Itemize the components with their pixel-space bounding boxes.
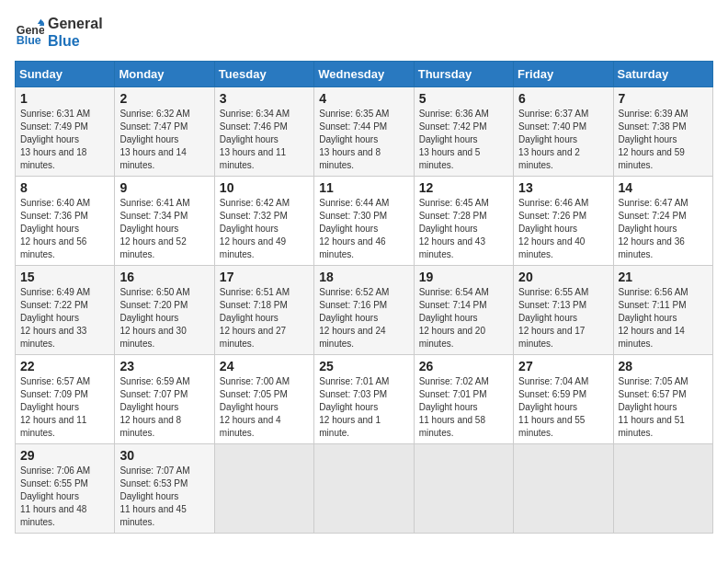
day-number: 18 [319,270,408,284]
day-detail: Sunrise: 6:39 AMSunset: 7:38 PMDaylight … [619,109,688,170]
calendar-cell: 19 Sunrise: 6:54 AMSunset: 7:14 PMDaylig… [414,266,513,355]
weekday-header-thursday: Thursday [414,62,513,87]
calendar-cell: 28 Sunrise: 7:05 AMSunset: 6:57 PMDaylig… [613,355,712,444]
calendar-cell: 1 Sunrise: 6:31 AMSunset: 7:49 PMDayligh… [16,87,115,177]
day-detail: Sunrise: 6:50 AMSunset: 7:20 PMDaylight … [119,287,189,349]
day-detail: Sunrise: 6:46 AMSunset: 7:26 PMDaylight … [518,198,588,259]
day-number: 3 [220,91,309,106]
calendar-cell: 20 Sunrise: 6:55 AMSunset: 7:13 PMDaylig… [514,266,613,355]
calendar-cell: 17 Sunrise: 6:51 AMSunset: 7:18 PMDaylig… [214,266,313,355]
day-detail: Sunrise: 6:56 AMSunset: 7:11 PMDaylight … [619,287,688,349]
calendar-cell: 10 Sunrise: 6:42 AMSunset: 7:32 PMDaylig… [214,177,313,266]
logo-icon: General Blue [15,17,44,47]
day-number: 7 [619,91,708,106]
calendar-cell: 11 Sunrise: 6:44 AMSunset: 7:30 PMDaylig… [314,177,414,266]
day-detail: Sunrise: 7:05 AMSunset: 6:57 PMDaylight … [619,376,688,438]
weekday-header-monday: Monday [115,62,214,87]
day-number: 5 [419,91,508,106]
day-number: 24 [220,359,309,373]
day-number: 12 [419,180,508,195]
calendar-cell: 18 Sunrise: 6:52 AMSunset: 7:16 PMDaylig… [314,266,414,355]
day-detail: Sunrise: 6:35 AMSunset: 7:44 PMDaylight … [319,109,389,170]
calendar-cell: 26 Sunrise: 7:02 AMSunset: 7:01 PMDaylig… [414,355,513,444]
calendar-cell: 13 Sunrise: 6:46 AMSunset: 7:26 PMDaylig… [514,177,613,266]
day-detail: Sunrise: 6:31 AMSunset: 7:49 PMDaylight … [20,109,90,170]
calendar-cell: 24 Sunrise: 7:00 AMSunset: 7:05 PMDaylig… [214,355,313,444]
calendar-cell [314,444,414,534]
logo-blue: Blue [48,32,103,50]
day-number: 10 [220,180,309,195]
day-detail: Sunrise: 6:42 AMSunset: 7:32 PMDaylight … [220,198,290,259]
calendar-cell: 8 Sunrise: 6:40 AMSunset: 7:36 PMDayligh… [16,177,115,266]
day-detail: Sunrise: 6:45 AMSunset: 7:28 PMDaylight … [419,198,489,259]
day-number: 29 [20,448,109,463]
day-number: 20 [518,270,608,284]
day-detail: Sunrise: 6:34 AMSunset: 7:46 PMDaylight … [220,109,290,170]
day-number: 16 [119,270,209,284]
calendar-cell: 6 Sunrise: 6:37 AMSunset: 7:40 PMDayligh… [514,87,613,177]
day-detail: Sunrise: 6:41 AMSunset: 7:34 PMDaylight … [119,198,189,259]
day-detail: Sunrise: 7:04 AMSunset: 6:59 PMDaylight … [518,376,588,438]
calendar-cell: 15 Sunrise: 6:49 AMSunset: 7:22 PMDaylig… [16,266,115,355]
day-number: 21 [619,270,708,284]
calendar-cell: 27 Sunrise: 7:04 AMSunset: 6:59 PMDaylig… [514,355,613,444]
day-number: 6 [518,91,608,106]
calendar-table: SundayMondayTuesdayWednesdayThursdayFrid… [15,61,713,534]
weekday-header-saturday: Saturday [613,62,712,87]
calendar-cell [514,444,613,534]
day-number: 23 [119,359,209,373]
day-detail: Sunrise: 6:55 AMSunset: 7:13 PMDaylight … [518,287,588,349]
day-number: 17 [220,270,309,284]
calendar-cell: 21 Sunrise: 6:56 AMSunset: 7:11 PMDaylig… [613,266,712,355]
day-detail: Sunrise: 6:40 AMSunset: 7:36 PMDaylight … [20,198,90,259]
calendar-cell [214,444,313,534]
calendar-cell: 29 Sunrise: 7:06 AMSunset: 6:55 PMDaylig… [16,444,115,534]
day-number: 28 [619,359,708,373]
calendar-cell: 14 Sunrise: 6:47 AMSunset: 7:24 PMDaylig… [613,177,712,266]
day-detail: Sunrise: 7:06 AMSunset: 6:55 PMDaylight … [20,465,90,527]
day-detail: Sunrise: 6:49 AMSunset: 7:22 PMDaylight … [20,287,90,349]
calendar-cell: 30 Sunrise: 7:07 AMSunset: 6:53 PMDaylig… [115,444,214,534]
day-detail: Sunrise: 6:37 AMSunset: 7:40 PMDaylight … [518,109,588,170]
day-number: 14 [619,180,708,195]
day-detail: Sunrise: 6:36 AMSunset: 7:42 PMDaylight … [419,109,489,170]
weekday-header-wednesday: Wednesday [314,62,414,87]
weekday-header-tuesday: Tuesday [214,62,313,87]
day-detail: Sunrise: 6:59 AMSunset: 7:07 PMDaylight … [119,376,189,438]
day-detail: Sunrise: 7:07 AMSunset: 6:53 PMDaylight … [119,465,189,527]
calendar-cell: 12 Sunrise: 6:45 AMSunset: 7:28 PMDaylig… [414,177,513,266]
day-number: 8 [20,180,109,195]
logo: General Blue General Blue [15,15,103,50]
day-detail: Sunrise: 7:02 AMSunset: 7:01 PMDaylight … [419,376,489,438]
day-detail: Sunrise: 7:01 AMSunset: 7:03 PMDaylight … [319,376,389,438]
calendar-cell: 3 Sunrise: 6:34 AMSunset: 7:46 PMDayligh… [214,87,313,177]
day-number: 1 [20,91,109,106]
day-number: 4 [319,91,408,106]
day-detail: Sunrise: 6:52 AMSunset: 7:16 PMDaylight … [319,287,389,349]
calendar-cell [414,444,513,534]
calendar-header: SundayMondayTuesdayWednesdayThursdayFrid… [16,62,713,87]
calendar-cell: 22 Sunrise: 6:57 AMSunset: 7:09 PMDaylig… [16,355,115,444]
calendar-cell: 4 Sunrise: 6:35 AMSunset: 7:44 PMDayligh… [314,87,414,177]
day-number: 11 [319,180,408,195]
svg-text:Blue: Blue [17,35,41,48]
day-number: 30 [119,448,209,463]
day-number: 2 [119,91,209,106]
day-detail: Sunrise: 6:54 AMSunset: 7:14 PMDaylight … [419,287,489,349]
day-detail: Sunrise: 6:44 AMSunset: 7:30 PMDaylight … [319,198,389,259]
day-detail: Sunrise: 6:47 AMSunset: 7:24 PMDaylight … [619,198,688,259]
day-number: 25 [319,359,408,373]
day-number: 19 [419,270,508,284]
day-detail: Sunrise: 6:51 AMSunset: 7:18 PMDaylight … [220,287,290,349]
weekday-header-friday: Friday [514,62,613,87]
day-detail: Sunrise: 6:57 AMSunset: 7:09 PMDaylight … [20,376,90,438]
day-number: 22 [20,359,109,373]
calendar-cell [613,444,712,534]
calendar-cell: 2 Sunrise: 6:32 AMSunset: 7:47 PMDayligh… [115,87,214,177]
page-header: General Blue General Blue [15,15,713,50]
day-detail: Sunrise: 6:32 AMSunset: 7:47 PMDaylight … [119,109,189,170]
calendar-cell: 9 Sunrise: 6:41 AMSunset: 7:34 PMDayligh… [115,177,214,266]
day-number: 26 [419,359,508,373]
calendar-cell: 23 Sunrise: 6:59 AMSunset: 7:07 PMDaylig… [115,355,214,444]
day-number: 9 [119,180,209,195]
